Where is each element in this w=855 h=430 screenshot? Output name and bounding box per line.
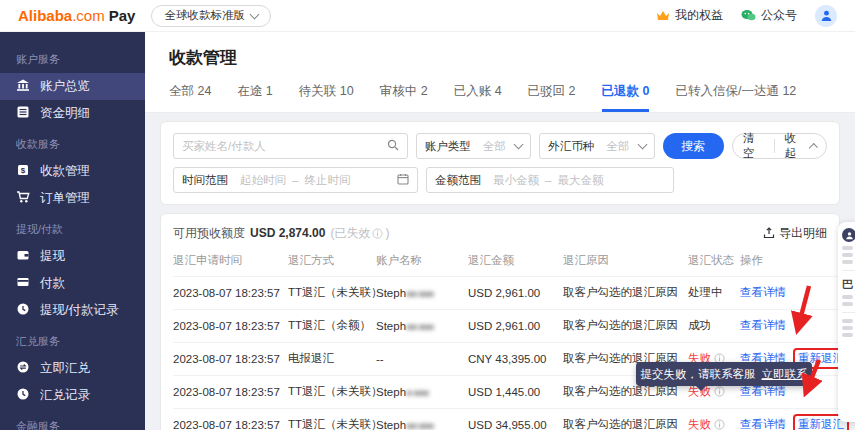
cell-refund-method: TT退汇（未关联） — [288, 375, 376, 408]
table-row: 2023-08-07 18:23:57TT退汇（余额）Steph■■ ■■■US… — [173, 309, 838, 342]
sidebar-item[interactable]: 提现 — [0, 243, 145, 270]
tab-已入账[interactable]: 已入账 4 — [454, 83, 502, 112]
sidebar-item-label: 订单管理 — [40, 190, 90, 207]
tab-已退款[interactable]: 已退款 0 — [602, 83, 650, 112]
sidebar-item[interactable]: 付款 — [0, 270, 145, 297]
widget-text-line — [842, 260, 853, 264]
divider — [842, 270, 855, 271]
widget-fragment-text: 巴 — [842, 277, 855, 292]
amount-max-placeholder: 最大金额 — [557, 173, 603, 188]
bank-icon — [16, 78, 30, 95]
info-icon[interactable] — [714, 386, 725, 397]
column-header: 操作 — [740, 246, 838, 276]
widget-text-line — [842, 253, 853, 257]
column-header: 退汇原因 — [563, 246, 688, 276]
cell-apply-time: 2023-08-07 18:23:57 — [173, 309, 288, 342]
chevron-down-icon — [637, 140, 647, 150]
table-row: 2023-08-07 18:23:57TT退汇（未关联）Steph■■ ■■■U… — [173, 276, 838, 309]
action-view-details-link[interactable]: 查看详情 — [740, 417, 786, 430]
cell-reason: 取客户勾选的退汇原因 — [563, 408, 688, 430]
header-right: 我的权益 公众号 — [656, 5, 837, 27]
official-account-button[interactable]: 公众号 — [741, 7, 797, 24]
account-type-value: 全部 — [483, 139, 506, 154]
column-header: 退汇申请时间 — [173, 246, 288, 276]
contact-now-link[interactable]: 立即联系 — [762, 367, 808, 382]
widget-text-line — [842, 295, 853, 299]
sidebar-item[interactable]: 账户总览 — [0, 73, 145, 100]
tab-已驳回[interactable]: 已驳回 2 — [528, 83, 576, 112]
cell-account: Steph■■ ■■■ — [376, 309, 468, 342]
sidebar-item[interactable]: 订单管理 — [0, 185, 145, 212]
sidebar-item-label: 收款管理 — [40, 163, 90, 180]
sidebar-section-label: 金融服务 — [0, 409, 145, 430]
status-tabs: 全部 24在途 1待关联 10审核中 2已入账 4已驳回 2已退款 0已转入信保… — [169, 83, 831, 112]
tooltip-text: 提交失败，请联系客服 — [641, 367, 756, 382]
info-icon — [372, 228, 383, 239]
tab-审核中[interactable]: 审核中 2 — [380, 83, 428, 112]
search-button[interactable]: 搜索 — [663, 133, 724, 159]
amount-range-input[interactable]: 金额范围 最小金额 – 最大金额 — [426, 167, 674, 193]
cart-icon — [16, 190, 30, 207]
tooltip-caret — [696, 386, 706, 391]
sidebar-item-label: 账户总览 — [40, 78, 90, 95]
account-name: -- — [376, 353, 384, 365]
amount-range-label: 金额范围 — [435, 173, 481, 188]
sidebar-section-label: 收款服务 — [0, 127, 145, 158]
status-text: 失败 — [688, 417, 711, 430]
time-start-placeholder: 起始时间 — [240, 173, 286, 188]
sidebar-item[interactable]: 提现/付款记录 — [0, 297, 145, 324]
user-avatar[interactable] — [815, 5, 837, 27]
ledger-icon — [16, 105, 30, 122]
support-avatar-icon — [842, 228, 855, 242]
tab-在途[interactable]: 在途 1 — [237, 83, 272, 112]
cell-actions: 查看详情重新退汇 — [740, 408, 838, 430]
sidebar-item[interactable]: 资金明细 — [0, 100, 145, 127]
cell-reason: 取客户勾选的退汇原因 — [563, 276, 688, 309]
tab-全部[interactable]: 全部 24 — [169, 83, 211, 112]
balance-note-close: ) — [385, 226, 389, 240]
cell-account: -- — [376, 342, 468, 375]
my-benefits-button[interactable]: 我的权益 — [656, 7, 723, 24]
version-selector[interactable]: 全球收款标准版 — [151, 5, 271, 27]
action-view-details-link[interactable]: 查看详情 — [740, 318, 786, 333]
export-details-button[interactable]: 导出明细 — [763, 225, 827, 242]
failure-tooltip: 提交失败，请联系客服 立即联系 — [636, 362, 812, 386]
cell-reason: 取客户勾选的退汇原因 — [563, 309, 688, 342]
time-range-input[interactable]: 时间范围 起始时间 – 终止时间 — [173, 167, 418, 193]
action-view-details-link[interactable]: 查看详情 — [740, 384, 786, 399]
refund-table-card: 可用预收额度 USD 2,874.00 (已失效 ) 导出明细 退汇申请时间退汇… — [160, 213, 840, 430]
account-name: Steph — [376, 386, 406, 398]
tab-待关联[interactable]: 待关联 10 — [299, 83, 354, 112]
cell-amount: USD 1,445.00 — [468, 375, 563, 408]
account-name-masked: ■■ ■■■ — [406, 420, 433, 430]
info-icon[interactable] — [714, 419, 725, 430]
clear-button[interactable]: 清空 — [733, 131, 774, 161]
account-name-masked: ■■ ■■■ — [406, 321, 433, 332]
svg-text:$: $ — [21, 166, 26, 175]
balance-label: 可用预收额度 — [173, 225, 245, 242]
buyer-search-input[interactable]: 买家姓名/付款人 — [173, 133, 408, 159]
sidebar-item[interactable]: 汇兑记录 — [0, 382, 145, 409]
receive-icon: $ — [16, 163, 30, 180]
account-type-select[interactable]: 账户类型 全部 — [416, 133, 531, 159]
exchange-icon — [16, 360, 30, 377]
cell-apply-time: 2023-08-07 18:23:57 — [173, 375, 288, 408]
sidebar-item[interactable]: 立即汇兑 — [0, 355, 145, 382]
action-reissue-refund-link[interactable]: 重新退汇 — [798, 417, 844, 430]
logo-pay: Pay — [109, 7, 136, 24]
collapse-button[interactable]: 收起 — [775, 131, 826, 161]
range-separator: – — [292, 174, 298, 186]
sidebar-sections: 账户服务账户总览资金明细收款服务$收款管理订单管理提现/付款提现付款提现/付款记… — [0, 42, 145, 430]
wechat-icon — [741, 9, 756, 22]
cell-status: 失败 — [688, 408, 740, 430]
alibaba-pay-logo: Alibaba.comPay — [18, 7, 135, 24]
person-icon — [820, 9, 833, 22]
action-view-details-link[interactable]: 查看详情 — [740, 285, 786, 300]
sidebar-item[interactable]: $收款管理 — [0, 158, 145, 185]
help-widget-cutoff[interactable]: 巴 — [838, 222, 855, 422]
currency-select[interactable]: 外汇币种 全部 — [539, 133, 654, 159]
sidebar-item-label: 立即汇兑 — [40, 360, 90, 377]
tab-已转入信保/一达通[interactable]: 已转入信保/一达通 12 — [675, 83, 796, 112]
version-label: 全球收款标准版 — [164, 8, 245, 23]
clock-icon — [16, 387, 30, 404]
